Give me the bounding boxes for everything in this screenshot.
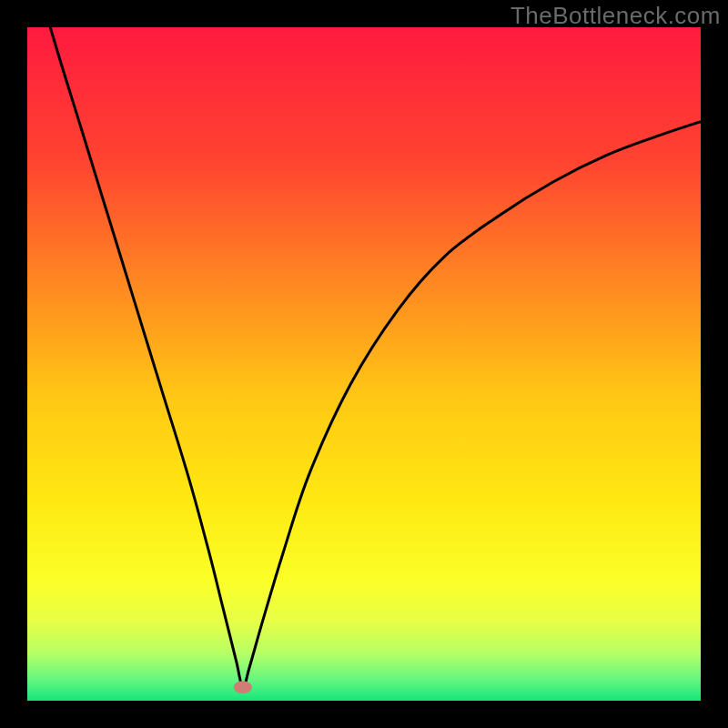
bottleneck-chart [27, 27, 701, 701]
minimum-marker [234, 681, 252, 693]
plot-area [27, 27, 701, 701]
gradient-background [27, 27, 701, 701]
watermark-text: TheBottleneck.com [511, 2, 721, 30]
chart-frame: TheBottleneck.com [0, 0, 728, 728]
